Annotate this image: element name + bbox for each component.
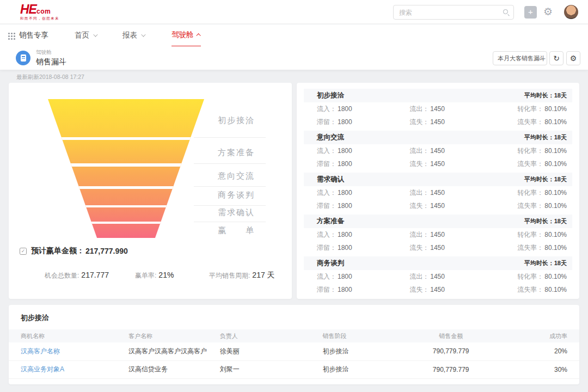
funnel-chart: 初步接洽 方案准备 意向交流 商务谈判 需求确认 赢 单: [9, 99, 292, 241]
funnel-shape: [48, 99, 204, 238]
refresh-button[interactable]: ↻: [549, 51, 564, 65]
metric: 转化率：80.10%: [490, 272, 567, 281]
stat-win-rate: 赢单率:21%: [135, 267, 174, 284]
nav-bar: 销售专享 首页 报表 驾驶舱: [0, 24, 588, 46]
col-header: 成功率: [494, 329, 579, 342]
stage-section: 商务谈判 平均时长：18天 流入：1800 流出：1450 转化率：80.10%…: [297, 256, 579, 296]
metric: 流失率：80.10%: [490, 118, 567, 127]
user-avatar[interactable]: [564, 5, 578, 19]
metric: 滞留：1800: [317, 285, 409, 295]
cell-owner: 徐美丽: [220, 342, 323, 360]
metric: 流失率：80.10%: [490, 243, 567, 253]
col-header: 销售金额: [408, 329, 494, 342]
funnel-stage-label: 初步接洽: [218, 115, 278, 126]
funnel-filter-select[interactable]: 本月大客销售漏斗: [493, 51, 547, 65]
stat-avg-cycle: 平均销售周期:217 天: [209, 267, 275, 284]
stage-section: 需求确认 平均时长：18天 流入：1800 流出：1450 转化率：80.10%…: [297, 173, 579, 212]
metric: 流失率：80.10%: [490, 285, 567, 295]
cell-customer: 汉高客户汉高客户汉高客户: [128, 342, 220, 360]
funnel-stage-label: 方案准备: [218, 147, 278, 158]
nav-item-reports[interactable]: 报表: [122, 24, 144, 46]
metric: 转化率：80.10%: [490, 105, 567, 114]
plus-icon: +: [528, 7, 533, 16]
stage-duration: 平均时长：18天: [524, 259, 567, 267]
metric: 流出：1450: [409, 188, 490, 198]
stat-opportunities: 机会总数量:217.777: [45, 267, 109, 284]
search-input[interactable]: [399, 5, 497, 19]
col-header: 商机名称: [9, 329, 128, 342]
cell-amount: 790,779.779: [408, 342, 494, 360]
config-button[interactable]: ⚙: [566, 51, 580, 65]
metric: 流出：1450: [409, 146, 490, 156]
metric: 滞留：1800: [317, 118, 409, 127]
table-row: 汉高客户名称 汉高客户汉高客户汉高客户 徐美丽 初步接洽 790,779.779…: [9, 342, 579, 360]
page-title: 销售漏斗: [36, 57, 66, 67]
metric: 转化率：80.10%: [490, 146, 567, 156]
stage-duration: 平均时长：18天: [524, 175, 567, 183]
metric: 流出：1450: [409, 230, 490, 240]
metric: 流入：1800: [317, 146, 409, 156]
gear-icon: ⚙: [570, 54, 577, 63]
checkbox-icon: ✓: [20, 248, 27, 255]
cell-success-rate: 30%: [494, 360, 579, 378]
stage-title: 需求确认: [317, 175, 344, 184]
nav-item-cockpit[interactable]: 驾驶舱: [171, 24, 201, 47]
logo-com: com: [36, 8, 51, 15]
search-icon[interactable]: [503, 9, 508, 14]
col-header: 销售阶段: [322, 329, 408, 342]
metric: 流出：1450: [409, 272, 490, 281]
metric: 滞留：1800: [317, 243, 409, 253]
metric: 转化率：80.10%: [490, 188, 567, 198]
topbar: HEcom 和而不同，创想未来 + ⚙: [0, 0, 588, 24]
metric: 流出：1450: [409, 105, 490, 114]
funnel-stage-label: 需求确认: [218, 207, 278, 218]
metric: 流入：1800: [317, 272, 409, 281]
stage-title: 意向交流: [317, 133, 344, 142]
apps-grid-icon[interactable]: [8, 33, 10, 34]
logo-he: HE: [20, 2, 36, 16]
opportunity-link[interactable]: 汉高客户名称: [21, 347, 60, 355]
funnel-stats: 机会总数量:217.777 赢单率:21% 平均销售周期:217 天: [9, 267, 292, 283]
refresh-icon: ↻: [553, 54, 560, 63]
col-header: 客户名称: [128, 329, 220, 342]
cell-stage: 初步接洽: [322, 360, 408, 378]
breadcrumb: 驾驶舱: [36, 49, 66, 56]
metric: 流失率：80.10%: [490, 201, 567, 211]
table-row: 汉高业务对象A 汉高信贷业务 刘聚一 初步接洽 790,779.779 30%: [9, 360, 579, 378]
settings-icon[interactable]: ⚙: [543, 5, 553, 19]
cell-customer: 汉高信贷业务: [128, 360, 220, 378]
expected-win-amount-value: 217,777.990: [85, 247, 128, 255]
workspace-label[interactable]: 销售专享: [19, 30, 48, 40]
opportunities-table-card: 初步接洽 商机名称 客户名称 负责人 销售阶段 销售金额 成功率 汉高客户名称 …: [9, 305, 579, 384]
metric: 流失：1450: [409, 160, 490, 169]
chevron-up-icon: [196, 33, 200, 38]
funnel-stage-label: 赢 单: [218, 225, 278, 236]
opportunities-table: 商机名称 客户名称 负责人 销售阶段 销售金额 成功率 汉高客户名称 汉高客户汉…: [9, 329, 579, 379]
metric: 流失：1450: [409, 201, 490, 211]
brand-tagline: 和而不同，创想未来: [20, 17, 59, 21]
funnel-stage-label: 意向交流: [218, 170, 278, 181]
brand-logo: HEcom 和而不同，创想未来: [20, 3, 59, 21]
metric: 流失：1450: [409, 243, 490, 253]
stage-section: 意向交流 平均时长：18天 流入：1800 流出：1450 转化率：80.10%…: [297, 131, 579, 170]
metric: 流入：1800: [317, 188, 409, 198]
last-refresh-note: 最新刷新2018-08-08 17:27: [16, 74, 84, 81]
dashboard-badge-icon: [16, 51, 30, 65]
stage-title: 初步接洽: [317, 91, 344, 100]
stage-duration: 平均时长：18天: [524, 217, 567, 225]
global-search[interactable]: [393, 5, 514, 20]
funnel-stage-label: 商务谈判: [218, 189, 278, 200]
nav-item-home[interactable]: 首页: [75, 24, 96, 46]
metric: 流失：1450: [409, 285, 490, 295]
metric: 滞留：1800: [317, 160, 409, 169]
opportunity-link[interactable]: 汉高业务对象A: [21, 365, 64, 373]
metric: 流入：1800: [317, 105, 409, 114]
chevron-down-icon: [141, 32, 145, 36]
col-header: 负责人: [220, 329, 323, 342]
stage-metrics-card: 初步接洽 平均时长：18天 流入：1800 流出：1450 转化率：80.10%…: [297, 83, 579, 299]
stage-section: 初步接洽 平均时长：18天 流入：1800 流出：1450 转化率：80.10%…: [297, 89, 579, 128]
table-header-row: 商机名称 客户名称 负责人 销售阶段 销售金额 成功率: [9, 329, 579, 342]
page-header: 驾驶舱 销售漏斗 本月大客销售漏斗 ↻ ⚙: [0, 46, 588, 70]
cell-success-rate: 20%: [494, 342, 579, 360]
add-button[interactable]: +: [524, 6, 537, 19]
